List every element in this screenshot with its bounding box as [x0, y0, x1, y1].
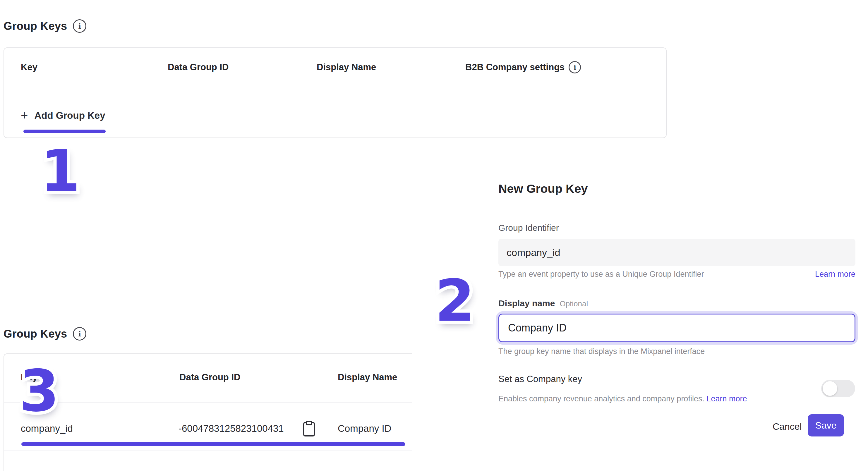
group-keys-table-empty: Key Data Group ID Display Name B2B Compa… — [3, 48, 666, 138]
row-key-cell: company_id — [21, 423, 73, 434]
column-header-data-group-id-label: Data Group ID — [168, 62, 228, 72]
display-name-label-text: Display name — [498, 299, 555, 308]
add-group-key-label: Add Group Key — [34, 110, 105, 121]
group-keys-title: Group Keys — [3, 328, 67, 340]
group-identifier-help-text: Type an event property to use as a Uniqu… — [498, 270, 704, 279]
table-row-divider — [4, 450, 412, 451]
annotation-underline-step3 — [21, 442, 405, 446]
plus-icon: + — [21, 109, 28, 122]
column-header-display-name: Display Name — [338, 369, 397, 386]
cancel-button[interactable]: Cancel — [773, 421, 802, 432]
company-key-helper: Enables company revenue analytics and co… — [498, 394, 747, 403]
group-keys-heading-bottom: Group Keys i — [3, 327, 86, 341]
group-identifier-helper-row: Type an event property to use as a Uniqu… — [498, 270, 856, 279]
display-name-help-text: The group key name that displays in the … — [498, 347, 705, 356]
column-header-display-name-label: Display Name — [338, 372, 397, 383]
info-icon[interactable]: i — [73, 327, 86, 341]
step-2-number: 2 — [435, 272, 475, 329]
company-key-toggle[interactable] — [821, 380, 855, 397]
annotation-underline-step1 — [23, 130, 106, 133]
company-key-learn-more-link[interactable]: Learn more — [707, 394, 747, 403]
column-header-key: Key — [21, 59, 37, 76]
group-identifier-label: Group Identifier — [498, 223, 559, 233]
row-data-group-id-cell: -6004783125823100431 — [179, 423, 284, 434]
row-display-name-cell: Company ID — [338, 423, 391, 434]
column-header-b2b-label: B2B Company settings — [465, 62, 564, 72]
annotation-step-2: 2 2 — [435, 272, 475, 329]
table-header-divider — [4, 93, 666, 93]
table-header-divider — [4, 402, 412, 403]
step-3-number: 3 — [19, 362, 59, 419]
group-keys-title: Group Keys — [3, 20, 67, 32]
add-group-key-button[interactable]: + Add Group Key — [21, 106, 105, 125]
annotation-step-1: 1 1 — [40, 142, 80, 199]
save-button[interactable]: Save — [808, 414, 844, 437]
column-header-b2b-settings: B2B Company settings i — [465, 59, 581, 76]
info-icon[interactable]: i — [569, 61, 581, 73]
info-icon[interactable]: i — [73, 19, 86, 33]
column-header-display-name-label: Display Name — [317, 62, 376, 72]
display-name-label: Display nameOptional — [498, 299, 588, 308]
column-header-data-group-id: Data Group ID — [179, 369, 240, 386]
new-group-key-title: New Group Key — [498, 182, 588, 196]
column-header-key-label: Key — [21, 62, 37, 72]
company-key-help-text: Enables company revenue analytics and co… — [498, 394, 705, 403]
page: Group Keys i Key Data Group ID Display N… — [0, 0, 868, 471]
annotation-step-3: 3 3 — [19, 362, 59, 419]
group-keys-heading-top: Group Keys i — [3, 19, 86, 33]
group-identifier-input[interactable] — [498, 239, 856, 266]
column-header-display-name: Display Name — [317, 59, 376, 76]
learn-more-link[interactable]: Learn more — [815, 270, 856, 279]
optional-badge: Optional — [560, 299, 588, 308]
step-1-number: 1 — [40, 142, 80, 199]
company-key-label: Set as Company key — [498, 374, 582, 384]
column-header-data-group-id-label: Data Group ID — [179, 372, 240, 383]
display-name-input[interactable] — [498, 314, 856, 342]
toggle-knob — [823, 381, 837, 396]
group-keys-table-populated: Key Data Group ID Display Name company_i… — [3, 353, 412, 471]
column-header-data-group-id: Data Group ID — [168, 59, 228, 76]
copy-icon[interactable] — [303, 422, 315, 437]
